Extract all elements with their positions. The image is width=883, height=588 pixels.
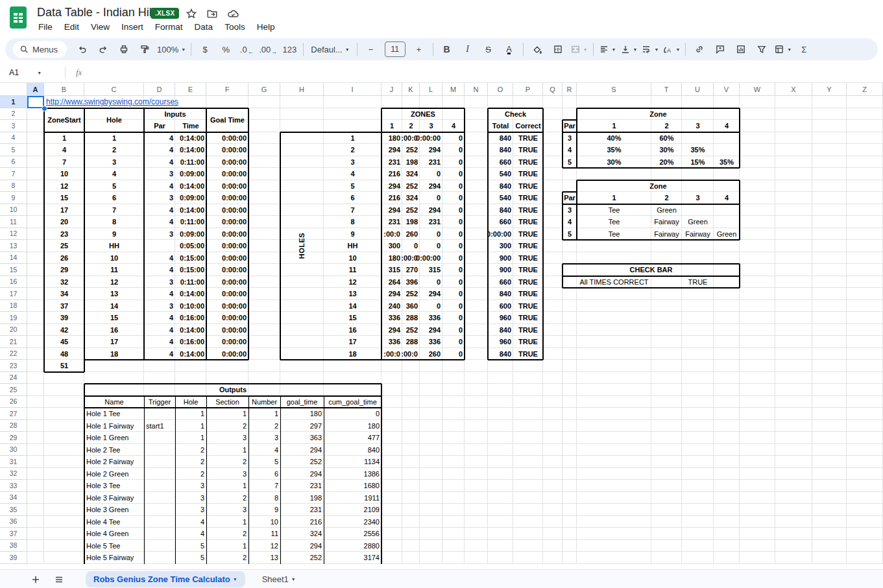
column-header-H[interactable]: H bbox=[280, 83, 324, 96]
row-header-36[interactable]: 36 bbox=[0, 516, 27, 528]
cell-M18[interactable]: 0 bbox=[442, 300, 465, 312]
cell-L7[interactable]: 0 bbox=[420, 168, 442, 180]
menu-file[interactable]: File bbox=[32, 20, 58, 34]
cell-O22[interactable]: 840 bbox=[488, 348, 513, 360]
cell-T12[interactable]: Fairway bbox=[651, 228, 682, 241]
cell-C32[interactable]: Hole 2 Green bbox=[84, 468, 144, 480]
cell-I16[interactable]: 12 bbox=[324, 276, 381, 288]
cell-S16[interactable]: All TIMES CORRECT bbox=[577, 276, 651, 288]
cell-J18[interactable]: 240 bbox=[381, 300, 402, 312]
cell-B2[interactable]: ZoneStart bbox=[44, 108, 84, 132]
add-sheet-button[interactable] bbox=[27, 571, 44, 588]
cell-H27[interactable]: 180 bbox=[280, 408, 324, 420]
column-header-R[interactable]: R bbox=[562, 83, 577, 96]
cell-F32[interactable]: 3 bbox=[206, 468, 248, 480]
cell-F29[interactable]: 3 bbox=[206, 432, 248, 444]
row-header-7[interactable]: 7 bbox=[0, 168, 27, 180]
cell-O13[interactable]: 300 bbox=[488, 240, 513, 252]
column-header-S[interactable]: S bbox=[577, 83, 651, 96]
row-header-3[interactable]: 3 bbox=[0, 120, 27, 132]
cell-E36[interactable]: 4 bbox=[175, 516, 206, 528]
cell-P16[interactable]: TRUE bbox=[513, 276, 543, 288]
cell-H39[interactable]: 252 bbox=[280, 552, 324, 564]
cell-J8[interactable]: 294 bbox=[381, 180, 402, 193]
cell-H26[interactable]: goal_time bbox=[280, 396, 324, 408]
name-box[interactable]: A1 ▼ bbox=[0, 68, 65, 77]
cell-K9[interactable]: 324 bbox=[402, 192, 420, 204]
cell-G28[interactable]: 2 bbox=[248, 420, 280, 432]
fill-color-button[interactable] bbox=[527, 41, 548, 58]
cell-G30[interactable]: 4 bbox=[248, 444, 280, 456]
cell-P20[interactable]: TRUE bbox=[513, 324, 543, 336]
cell-C4[interactable]: 1 bbox=[84, 132, 144, 145]
cell-R10[interactable]: 3 bbox=[562, 204, 577, 217]
cell-U6[interactable]: 15% bbox=[682, 156, 714, 169]
cell-T5[interactable]: 30% bbox=[651, 144, 682, 156]
horizontal-align-button[interactable]: ▼ bbox=[597, 41, 618, 58]
row-header-27[interactable]: 27 bbox=[0, 408, 27, 420]
cell-O12[interactable]: 0:00:00 bbox=[488, 228, 513, 241]
cell-I30[interactable]: 840 bbox=[324, 444, 381, 456]
cell-B4[interactable]: 1 bbox=[44, 132, 84, 145]
row-header-1[interactable]: 1 bbox=[0, 96, 27, 108]
cell-C29[interactable]: Hole 1 Green bbox=[84, 432, 144, 444]
cell-T11[interactable]: Fairway bbox=[651, 216, 682, 228]
decrease-font-size-button[interactable]: − bbox=[361, 41, 381, 58]
cell-M7[interactable]: 0 bbox=[442, 168, 465, 180]
cell-L17[interactable]: 294 bbox=[420, 288, 442, 300]
cell-H35[interactable]: 231 bbox=[280, 504, 324, 516]
cell-H38[interactable]: 294 bbox=[280, 540, 324, 552]
cell-M6[interactable]: 0 bbox=[442, 156, 465, 169]
cell-I15[interactable]: 11 bbox=[324, 264, 381, 276]
cell-M13[interactable]: 0 bbox=[442, 240, 465, 252]
cell-F11[interactable]: 0:00:00 bbox=[206, 216, 248, 228]
cell-E15[interactable]: 0:15:00 bbox=[175, 264, 206, 276]
cell-J5[interactable]: 294 bbox=[381, 144, 402, 156]
cell-I4[interactable]: 1 bbox=[324, 132, 381, 145]
cell-J7[interactable]: 216 bbox=[381, 168, 402, 180]
cell-C28[interactable]: Hole 1 Fairway bbox=[84, 420, 144, 432]
cell-P7[interactable]: TRUE bbox=[513, 168, 543, 180]
cell-O2[interactable]: Check bbox=[488, 108, 543, 121]
row-header-28[interactable]: 28 bbox=[0, 420, 27, 432]
cell-I18[interactable]: 14 bbox=[324, 300, 381, 312]
cell-P14[interactable]: TRUE bbox=[513, 252, 543, 265]
cell-I26[interactable]: cum_goal_time bbox=[324, 396, 381, 408]
cell-I29[interactable]: 477 bbox=[324, 432, 381, 444]
cell-K17[interactable]: 252 bbox=[402, 288, 420, 300]
cell-P13[interactable]: TRUE bbox=[513, 240, 543, 252]
cell-D22[interactable]: 4 bbox=[144, 348, 175, 360]
cell-J11[interactable]: 231 bbox=[381, 216, 402, 228]
cell-J4[interactable]: 180 bbox=[381, 132, 402, 145]
cell-P12[interactable]: TRUE bbox=[513, 228, 543, 241]
insert-comment-button[interactable] bbox=[710, 41, 731, 58]
cell-V12[interactable]: Green bbox=[714, 228, 740, 241]
row-header-31[interactable]: 31 bbox=[0, 456, 27, 468]
sheet-tab-active[interactable]: Robs Genius Zone Time Calculato▼ bbox=[86, 571, 245, 587]
cell-H36[interactable]: 216 bbox=[280, 516, 324, 528]
cell-S9[interactable]: 1 bbox=[577, 192, 651, 204]
cell-I9[interactable]: 6 bbox=[324, 192, 381, 204]
cell-C34[interactable]: Hole 3 Fairway bbox=[84, 492, 144, 504]
row-header-25[interactable]: 25 bbox=[0, 384, 27, 396]
cell-D16[interactable]: 3 bbox=[144, 276, 175, 288]
cell-P9[interactable]: TRUE bbox=[513, 192, 543, 204]
cell-E11[interactable]: 0:11:00 bbox=[175, 216, 206, 228]
cell-P10[interactable]: TRUE bbox=[513, 204, 543, 217]
cell-F15[interactable]: 0:00:00 bbox=[206, 264, 248, 276]
column-header-G[interactable]: G bbox=[248, 83, 280, 96]
column-header-P[interactable]: P bbox=[513, 83, 543, 96]
cell-J3[interactable]: 1 bbox=[381, 120, 402, 132]
cell-F33[interactable]: 1 bbox=[206, 480, 248, 492]
cell-M11[interactable]: 0 bbox=[442, 216, 465, 228]
cell-B8[interactable]: 12 bbox=[44, 180, 84, 193]
cell-M20[interactable]: 0 bbox=[442, 324, 465, 336]
cell-L19[interactable]: 336 bbox=[420, 312, 442, 324]
cell-L16[interactable]: 0 bbox=[420, 276, 442, 288]
cell-D3[interactable]: Par bbox=[144, 120, 175, 132]
text-rotation-button[interactable]: A▼ bbox=[660, 41, 682, 58]
cell-I27[interactable]: 0 bbox=[324, 408, 381, 420]
strikethrough-button[interactable]: S bbox=[478, 41, 499, 58]
cell-H34[interactable]: 198 bbox=[280, 492, 324, 504]
cell-F39[interactable]: 2 bbox=[206, 552, 248, 564]
